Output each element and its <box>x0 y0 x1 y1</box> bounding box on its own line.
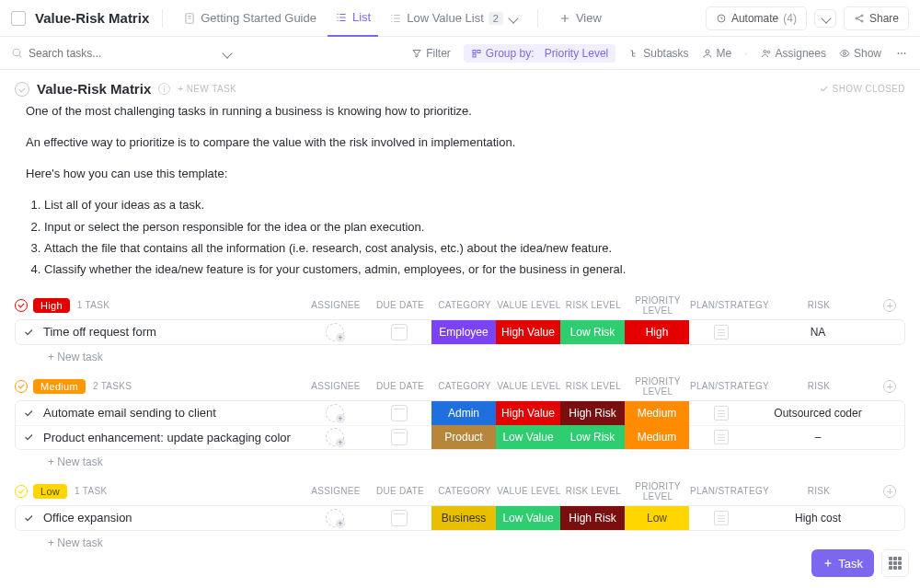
priority-cell[interactable]: Medium <box>625 401 689 425</box>
priority-cell[interactable]: Medium <box>625 425 689 449</box>
risk-cell[interactable]: High cost <box>753 506 882 530</box>
add-column-button[interactable] <box>883 299 896 312</box>
column-risk[interactable]: RISK <box>754 486 883 496</box>
info-icon[interactable]: i <box>158 83 170 95</box>
show-closed-button[interactable]: SHOW CLOSED <box>819 84 905 94</box>
apps-button[interactable] <box>881 549 909 577</box>
automate-button[interactable]: Automate (4) <box>706 6 807 30</box>
task-row[interactable]: Office expansion Business Low Value High… <box>16 506 904 530</box>
task-name[interactable]: Automate email sending to client <box>43 406 303 420</box>
tab-getting-started[interactable]: Getting Started Guide <box>176 0 324 37</box>
task-name[interactable]: Time off request form <box>43 325 303 339</box>
column-value-level[interactable]: VALUE LEVEL <box>497 300 561 310</box>
column-risk-level[interactable]: RISK LEVEL <box>561 300 626 310</box>
column-plan[interactable]: PLAN/STRATEGY <box>690 300 754 310</box>
new-task-fab[interactable]: Task <box>811 549 874 577</box>
new-task-button[interactable]: + New task <box>15 345 905 363</box>
group-label[interactable]: Medium <box>33 379 86 394</box>
plan-placeholder[interactable] <box>714 511 729 525</box>
collapse-toggle[interactable] <box>15 485 28 498</box>
risk-cell[interactable]: Outsourced coder <box>753 401 882 425</box>
column-risk-level[interactable]: RISK LEVEL <box>561 381 626 391</box>
column-due-date[interactable]: DUE DATE <box>368 300 432 310</box>
assignee-placeholder[interactable] <box>326 509 344 527</box>
collapse-toggle[interactable] <box>15 380 28 393</box>
column-assignee[interactable]: ASSIGNEE <box>304 486 368 496</box>
category-cell[interactable]: Product <box>431 425 496 449</box>
task-row[interactable]: Time off request form Employee High Valu… <box>16 320 904 344</box>
show-button[interactable]: Show <box>839 47 881 60</box>
new-task-button[interactable]: + New task <box>15 531 905 549</box>
priority-cell[interactable]: Low <box>625 506 689 530</box>
value-cell[interactable]: High Value <box>496 320 560 344</box>
column-due-date[interactable]: DUE DATE <box>368 486 432 496</box>
filter-button[interactable]: Filter <box>411 47 451 60</box>
assignees-button[interactable]: Assignees <box>761 47 826 60</box>
date-placeholder[interactable] <box>391 405 408 421</box>
automate-dropdown[interactable] <box>814 9 836 28</box>
subtasks-button[interactable]: Subtasks <box>628 47 688 60</box>
priority-cell[interactable]: High <box>625 320 689 344</box>
plan-placeholder[interactable] <box>714 430 729 444</box>
column-priority-level[interactable]: PRIORITY LEVEL <box>626 481 690 502</box>
date-placeholder[interactable] <box>391 324 408 340</box>
risk-level-cell[interactable]: Low Risk <box>560 320 625 344</box>
plan-placeholder[interactable] <box>714 325 729 340</box>
new-task-link[interactable]: + NEW TASK <box>178 84 236 94</box>
column-category[interactable]: CATEGORY <box>432 381 497 391</box>
column-assignee[interactable]: ASSIGNEE <box>304 381 368 391</box>
date-placeholder[interactable] <box>391 510 408 526</box>
group-label[interactable]: High <box>33 298 70 313</box>
value-cell[interactable]: High Value <box>496 401 560 425</box>
risk-level-cell[interactable]: High Risk <box>560 506 625 530</box>
tab-list[interactable]: List <box>328 0 378 37</box>
assignee-placeholder[interactable] <box>326 404 344 422</box>
column-value-level[interactable]: VALUE LEVEL <box>497 486 561 496</box>
risk-level-cell[interactable]: Low Risk <box>560 425 625 449</box>
search-input[interactable] <box>29 47 213 60</box>
column-assignee[interactable]: ASSIGNEE <box>304 300 368 310</box>
column-value-level[interactable]: VALUE LEVEL <box>497 381 561 391</box>
more-button[interactable] <box>894 48 909 59</box>
column-priority-level[interactable]: PRIORITY LEVEL <box>626 295 690 316</box>
assignee-placeholder[interactable] <box>326 323 344 341</box>
me-button[interactable]: Me <box>702 47 732 60</box>
column-category[interactable]: CATEGORY <box>432 300 497 310</box>
add-column-button[interactable] <box>883 485 896 498</box>
column-category[interactable]: CATEGORY <box>432 486 497 496</box>
column-risk[interactable]: RISK <box>754 381 883 391</box>
group-label[interactable]: Low <box>33 484 67 499</box>
category-cell[interactable]: Business <box>431 506 496 530</box>
column-plan[interactable]: PLAN/STRATEGY <box>690 381 754 391</box>
category-cell[interactable]: Admin <box>431 401 496 425</box>
tab-low-value-list[interactable]: Low Value List 2 <box>382 0 524 37</box>
add-view-button[interactable]: View <box>551 0 609 37</box>
risk-cell[interactable]: – <box>753 425 882 449</box>
task-row[interactable]: Automate email sending to client Admin H… <box>16 401 904 425</box>
add-column-button[interactable] <box>883 380 896 393</box>
chevron-down-icon[interactable] <box>222 48 232 58</box>
column-priority-level[interactable]: PRIORITY LEVEL <box>626 376 690 397</box>
category-cell[interactable]: Employee <box>431 320 496 344</box>
group-by-button[interactable]: Group by: Priority Level <box>464 44 615 63</box>
collapse-toggle[interactable] <box>15 299 28 312</box>
assignee-placeholder[interactable] <box>326 428 344 446</box>
share-button[interactable]: Share <box>844 6 909 30</box>
value-cell[interactable]: Low Value <box>496 506 560 530</box>
risk-cell[interactable]: NA <box>753 320 882 344</box>
date-placeholder[interactable] <box>391 429 408 445</box>
column-risk[interactable]: RISK <box>754 300 883 310</box>
search-icon <box>11 47 23 59</box>
risk-level-cell[interactable]: High Risk <box>560 401 625 425</box>
column-plan[interactable]: PLAN/STRATEGY <box>690 486 754 496</box>
chevron-down-icon <box>821 13 831 23</box>
plan-placeholder[interactable] <box>714 406 729 421</box>
task-row[interactable]: Product enhancement: update packaging co… <box>16 425 904 449</box>
task-name[interactable]: Office expansion <box>43 511 303 525</box>
column-risk-level[interactable]: RISK LEVEL <box>561 486 626 496</box>
new-task-button[interactable]: + New task <box>15 450 905 468</box>
people-icon <box>761 48 772 59</box>
value-cell[interactable]: Low Value <box>496 425 560 449</box>
column-due-date[interactable]: DUE DATE <box>368 381 432 391</box>
task-name[interactable]: Product enhancement: update packaging co… <box>43 431 303 444</box>
